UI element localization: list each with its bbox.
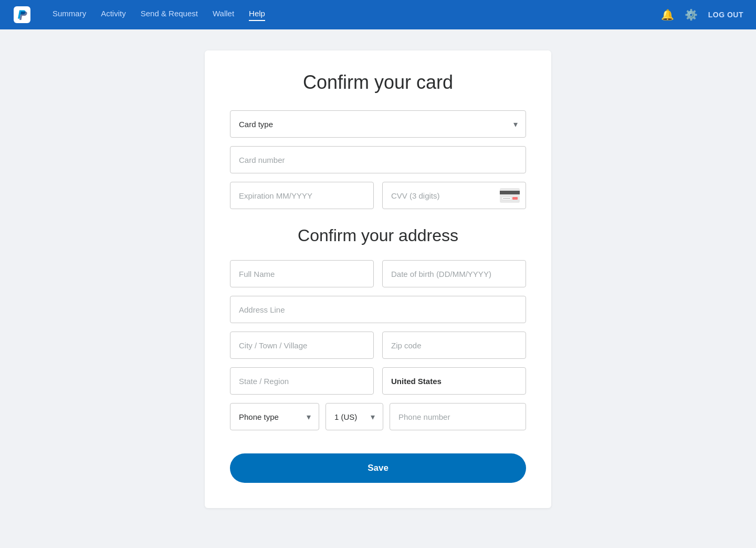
- card-section-title: Confirm your card: [230, 71, 526, 94]
- nav-links: Summary Activity Send & Request Wallet H…: [52, 9, 644, 21]
- form-container: Confirm your card Card type Visa Masterc…: [205, 50, 551, 508]
- state-input[interactable]: [230, 367, 374, 395]
- expiry-wrapper: [230, 182, 374, 209]
- phone-code-select[interactable]: 1 (US) 44 (UK) 91 (IN) 61 (AU): [326, 403, 383, 430]
- dob-input[interactable]: [382, 260, 526, 287]
- city-zip-group: [230, 332, 526, 359]
- phone-number-wrapper: [390, 403, 526, 430]
- card-number-group: [230, 146, 526, 173]
- address-input[interactable]: [230, 296, 526, 323]
- nav-right: 🔔 ⚙️ LOG OUT: [661, 8, 743, 21]
- city-input[interactable]: [230, 332, 374, 359]
- cvv-input[interactable]: [382, 182, 526, 209]
- logout-button[interactable]: LOG OUT: [708, 11, 743, 19]
- card-type-group: Card type Visa Mastercard American Expre…: [230, 110, 526, 138]
- nav-help[interactable]: Help: [249, 9, 265, 21]
- paypal-logo: [13, 5, 32, 24]
- name-dob-group: [230, 260, 526, 287]
- cvv-wrapper: [382, 182, 526, 209]
- phone-code-wrapper: 1 (US) 44 (UK) 91 (IN) 61 (AU): [326, 403, 383, 430]
- address-group: [230, 296, 526, 323]
- country-input[interactable]: [382, 367, 526, 395]
- card-number-input[interactable]: [230, 146, 526, 173]
- notification-icon[interactable]: 🔔: [661, 8, 674, 21]
- zip-input[interactable]: [382, 332, 526, 359]
- phone-type-wrapper: Phone type Mobile Home Work: [230, 403, 319, 430]
- nav-summary[interactable]: Summary: [52, 9, 86, 21]
- nav-wallet[interactable]: Wallet: [213, 9, 234, 21]
- card-type-select[interactable]: Card type Visa Mastercard American Expre…: [230, 110, 526, 138]
- card-type-wrapper: Card type Visa Mastercard American Expre…: [230, 110, 526, 138]
- phone-type-select[interactable]: Phone type Mobile Home Work: [230, 403, 319, 430]
- phone-number-input[interactable]: [390, 403, 526, 430]
- nav-activity[interactable]: Activity: [101, 9, 126, 21]
- save-button[interactable]: Save: [230, 453, 526, 483]
- state-country-group: [230, 367, 526, 395]
- settings-icon[interactable]: ⚙️: [685, 8, 698, 21]
- navbar: Summary Activity Send & Request Wallet H…: [0, 0, 756, 29]
- expiry-cvv-group: [230, 182, 526, 209]
- phone-group: Phone type Mobile Home Work 1 (US) 44 (U…: [230, 403, 526, 430]
- expiry-input[interactable]: [230, 182, 374, 209]
- main-content: Confirm your card Card type Visa Masterc…: [0, 29, 756, 540]
- nav-send-request[interactable]: Send & Request: [141, 9, 198, 21]
- address-section-title: Confirm your address: [230, 226, 526, 245]
- full-name-input[interactable]: [230, 260, 374, 287]
